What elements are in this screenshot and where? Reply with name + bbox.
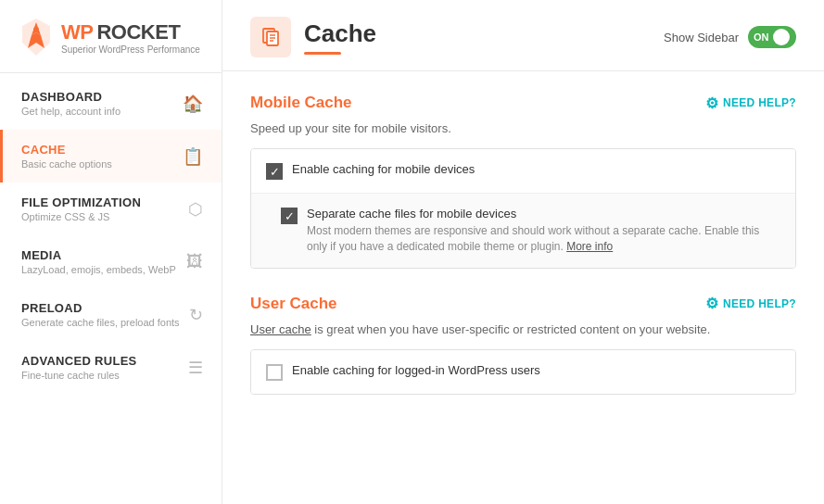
sidebar-item-subtitle-file-optimization: Optimize CSS & JS — [21, 211, 141, 222]
sidebar-item-dashboard[interactable]: DASHBOARD Get help, account info 🏠 — [0, 77, 222, 130]
sidebar-item-icon-dashboard: 🏠 — [183, 94, 203, 114]
show-sidebar-toggle[interactable]: ON — [748, 26, 796, 48]
toggle-on-label: ON — [754, 32, 769, 43]
sidebar-item-icon-preload: ↻ — [189, 305, 203, 325]
sidebar-item-subtitle-cache: Basic cache options — [21, 158, 112, 170]
checkbox-enable-mobile-caching[interactable]: ✓ — [266, 163, 283, 180]
checkmark-enable-mobile-caching: ✓ — [270, 166, 280, 178]
show-sidebar-label: Show Sidebar — [664, 31, 739, 44]
sidebar-item-advanced-rules[interactable]: ADVANCED RULES Fine-tune cache rules ☰ — [0, 341, 222, 394]
row-enable-mobile-caching: ✓Enable caching for mobile devices — [251, 149, 795, 194]
sidebar-item-icon-cache: 📋 — [183, 146, 203, 167]
toggle-circle — [773, 29, 790, 45]
sidebar-item-title-cache: CACHE — [21, 143, 112, 157]
help-icon-user-cache: ⚙ — [705, 295, 718, 312]
sidebar-item-icon-media: 🖼 — [186, 252, 203, 271]
row-label-separate-cache-files: Separate cache files for mobile devices — [307, 207, 780, 220]
checkbox-enable-logged-in-caching[interactable] — [266, 364, 283, 381]
content-area: Mobile Cache ⚙ NEED HELP? Speed up your … — [222, 71, 824, 504]
row-sublabel-separate-cache-files: Most modern themes are responsive and sh… — [307, 223, 780, 255]
row-label-enable-logged-in-caching: Enable caching for logged-in WordPress u… — [292, 363, 780, 377]
main-content: Cache Show Sidebar ON Mobile Cache ⚙ NEE… — [222, 0, 824, 504]
sidebar-item-subtitle-advanced-rules: Fine-tune cache rules — [21, 370, 137, 381]
sidebar: WP ROCKET Superior WordPress Performance… — [0, 0, 222, 504]
need-help-user-cache[interactable]: ⚙ NEED HELP? — [705, 295, 796, 312]
section-mobile-cache: Mobile Cache ⚙ NEED HELP? Speed up your … — [250, 94, 796, 269]
sidebar-item-preload[interactable]: PRELOAD Generate cache files, preload fo… — [0, 288, 222, 341]
sidebar-item-icon-file-optimization: ⬡ — [188, 199, 203, 220]
row-label-enable-mobile-caching: Enable caching for mobile devices — [292, 162, 780, 176]
sidebar-item-file-optimization[interactable]: FILE OPTIMIZATION Optimize CSS & JS ⬡ — [0, 183, 222, 235]
sidebar-item-subtitle-media: LazyLoad, emojis, embeds, WebP — [21, 264, 176, 275]
help-icon-mobile-cache: ⚙ — [705, 94, 718, 112]
need-help-mobile-cache[interactable]: ⚙ NEED HELP? — [705, 94, 796, 112]
section-user-cache: User Cache ⚙ NEED HELP? User cache is gr… — [250, 295, 796, 395]
title-underline — [304, 52, 341, 55]
sidebar-item-subtitle-dashboard: Get help, account info — [21, 106, 120, 117]
sidebar-item-cache[interactable]: CACHE Basic cache options 📋 — [0, 130, 222, 183]
top-bar: Cache Show Sidebar ON — [222, 0, 824, 71]
sidebar-item-title-dashboard: DASHBOARD — [21, 90, 120, 104]
sidebar-item-title-file-optimization: FILE OPTIMIZATION — [21, 195, 141, 209]
sidebar-item-icon-advanced-rules: ☰ — [188, 358, 203, 378]
wp-rocket-logo-icon — [19, 17, 54, 57]
more-info-link-separate-cache-files[interactable]: More info — [566, 240, 613, 253]
logo-wp: WP — [61, 20, 93, 44]
section-desc-mobile-cache: Speed up your site for mobile visitors. — [250, 121, 796, 135]
logo-tagline: Superior WordPress Performance — [61, 44, 200, 55]
row-enable-logged-in-caching: Enable caching for logged-in WordPress u… — [251, 350, 795, 394]
row-separate-cache-files: ✓Separate cache files for mobile devices… — [251, 194, 795, 268]
sidebar-item-subtitle-preload: Generate cache files, preload fonts — [21, 317, 180, 328]
cache-page-svg-icon — [260, 26, 282, 48]
sidebar-item-media[interactable]: MEDIA LazyLoad, emojis, embeds, WebP 🖼 — [0, 235, 222, 288]
checkmark-separate-cache-files: ✓ — [285, 210, 295, 222]
checkbox-separate-cache-files[interactable]: ✓ — [281, 208, 298, 224]
page-icon — [250, 17, 291, 57]
section-box-user-cache: Enable caching for logged-in WordPress u… — [250, 349, 796, 395]
logo-rocket: ROCKET — [96, 20, 180, 44]
sidebar-item-title-advanced-rules: ADVANCED RULES — [21, 354, 137, 368]
logo-area: WP ROCKET Superior WordPress Performance — [0, 0, 222, 73]
section-title-mobile-cache: Mobile Cache — [250, 94, 352, 112]
svg-point-0 — [33, 27, 39, 32]
page-title: Cache — [304, 19, 376, 48]
sidebar-nav: DASHBOARD Get help, account info 🏠 CACHE… — [0, 73, 222, 394]
section-title-user-cache: User Cache — [250, 295, 337, 313]
sidebar-item-title-media: MEDIA — [21, 248, 176, 262]
user-cache-link[interactable]: User cache — [250, 322, 311, 336]
sidebar-item-title-preload: PRELOAD — [21, 301, 180, 315]
section-box-mobile-cache: ✓Enable caching for mobile devices✓Separ… — [250, 148, 796, 269]
